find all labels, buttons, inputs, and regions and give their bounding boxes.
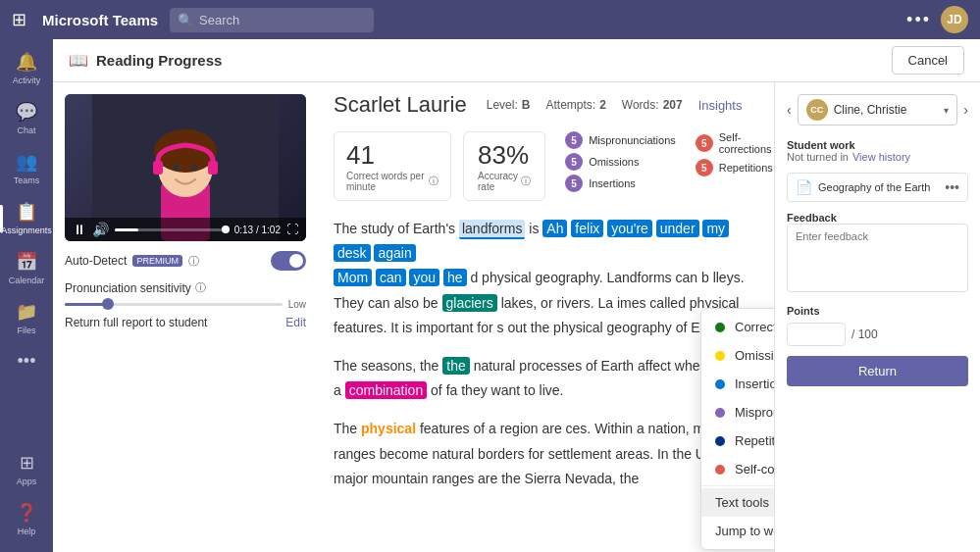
content-area: 📖 Reading Progress Cancel bbox=[53, 39, 980, 552]
ctx-item-omission[interactable]: Omission bbox=[701, 341, 774, 370]
settings-section: Auto-Detect PREMIUM ⓘ Pronunciation sens… bbox=[65, 251, 306, 329]
omissions-count: 5 bbox=[565, 153, 583, 171]
repetition-dot bbox=[715, 436, 725, 446]
sidebar-item-more[interactable]: ••• bbox=[0, 343, 53, 379]
progress-fill bbox=[115, 228, 138, 231]
sidebar-item-files[interactable]: 📁 Files bbox=[0, 293, 53, 343]
sidebar: 🔔 Activity 💬 Chat 👥 Teams 📋 Assignments … bbox=[0, 39, 53, 552]
word-mom[interactable]: Mom bbox=[334, 269, 372, 286]
user-avatar[interactable]: JD bbox=[941, 6, 968, 33]
word-landforms[interactable]: landforms bbox=[459, 220, 525, 239]
word-he[interactable]: he bbox=[443, 269, 467, 286]
sidebar-bottom: ⊞ Apps ❓ Help bbox=[16, 444, 37, 552]
sidebar-item-activity[interactable]: 🔔 Activity bbox=[0, 43, 53, 93]
view-history-link[interactable]: View history bbox=[852, 151, 910, 163]
auto-detect-info-icon[interactable]: ⓘ bbox=[188, 254, 199, 269]
volume-icon[interactable]: 🔊 bbox=[92, 222, 109, 237]
word-again[interactable]: again bbox=[374, 244, 415, 262]
ctx-label-mispronunciation: Mispronunciation bbox=[735, 405, 774, 420]
student-nav: ‹ CC Cline, Christie ▾ › bbox=[787, 94, 968, 125]
word-you[interactable]: you bbox=[409, 269, 439, 286]
word-can[interactable]: can bbox=[376, 269, 406, 286]
assignment-name: Geography of the Earth bbox=[818, 181, 939, 193]
feedback-input[interactable] bbox=[787, 224, 968, 292]
word-under[interactable]: under bbox=[656, 220, 699, 237]
help-icon: ❓ bbox=[16, 502, 37, 524]
svg-point-6 bbox=[174, 165, 180, 172]
next-student-button[interactable]: › bbox=[963, 102, 968, 118]
return-button[interactable]: Return bbox=[787, 356, 968, 386]
auto-detect-toggle[interactable] bbox=[271, 251, 306, 271]
ctx-label-repetition: Repetition bbox=[735, 433, 774, 448]
sidebar-item-teams[interactable]: 👥 Teams bbox=[0, 143, 53, 193]
ctx-label-correct: Correct bbox=[735, 320, 774, 334]
topbar: ⊞ Microsoft Teams 🔍 ••• JD bbox=[0, 0, 980, 39]
accuracy-number: 83% bbox=[478, 140, 531, 171]
sidebar-item-assignments[interactable]: 📋 Assignments bbox=[0, 193, 53, 243]
student-selector-name: Cline, Christie bbox=[834, 103, 939, 117]
ctx-item-correct[interactable]: Correct bbox=[701, 313, 774, 341]
cwpm-info-icon[interactable]: ⓘ bbox=[429, 175, 438, 188]
sidebar-item-apps[interactable]: ⊞ Apps bbox=[16, 444, 37, 494]
student-meta: Level: B Attempts: 2 Words: 207 bbox=[487, 98, 743, 113]
ctx-item-self-correction[interactable]: Self-correction bbox=[701, 455, 774, 483]
student-selector-avatar: CC bbox=[806, 99, 828, 121]
student-name-row: Scarlet Laurie Level: B Attempts: 2 bbox=[334, 92, 758, 118]
ctx-item-repetition[interactable]: Repetition bbox=[701, 427, 774, 455]
search-input[interactable] bbox=[170, 8, 374, 32]
auto-detect-row: Auto-Detect PREMIUM ⓘ bbox=[65, 251, 306, 271]
points-label: Points bbox=[787, 305, 968, 317]
search-wrapper: 🔍 bbox=[170, 8, 542, 32]
assignment-card: 📄 Geography of the Earth ••• bbox=[787, 173, 968, 202]
word-physical[interactable]: physical bbox=[361, 421, 416, 436]
word-my[interactable]: my bbox=[702, 220, 729, 237]
assignment-icon: 📄 bbox=[796, 179, 812, 195]
points-row: / 100 bbox=[787, 323, 968, 346]
student-selector[interactable]: CC Cline, Christie ▾ bbox=[798, 94, 958, 125]
progress-dot bbox=[222, 226, 230, 233]
sidebar-item-label: Activity bbox=[13, 75, 41, 85]
word-glaciers[interactable]: glaciers bbox=[442, 294, 497, 312]
self-corrections-count: 5 bbox=[696, 134, 713, 152]
edit-link[interactable]: Edit bbox=[285, 316, 306, 329]
progress-bar[interactable] bbox=[115, 228, 229, 231]
content-header: 📖 Reading Progress Cancel bbox=[53, 39, 980, 82]
topbar-right: ••• JD bbox=[906, 6, 968, 33]
cancel-button[interactable]: Cancel bbox=[892, 46, 964, 75]
right-panel: ‹ CC Cline, Christie ▾ › Student work No… bbox=[774, 82, 980, 552]
word-youre[interactable]: you're bbox=[607, 220, 652, 237]
prev-student-button[interactable]: ‹ bbox=[787, 102, 792, 118]
ctx-item-mispronunciation[interactable]: Mispronunciation bbox=[701, 398, 774, 427]
more-options-icon[interactable]: ••• bbox=[906, 10, 931, 30]
points-input[interactable] bbox=[787, 323, 846, 346]
accuracy-info-icon[interactable]: ⓘ bbox=[521, 175, 531, 188]
pronunciation-slider[interactable] bbox=[65, 303, 283, 306]
word-combination[interactable]: combination bbox=[345, 381, 428, 399]
insights-link[interactable]: Insights bbox=[698, 98, 743, 113]
ctx-divider-1 bbox=[701, 485, 774, 486]
word-the[interactable]: the bbox=[442, 357, 469, 375]
sidebar-item-chat[interactable]: 💬 Chat bbox=[0, 93, 53, 143]
play-pause-button[interactable]: ⏸ bbox=[73, 222, 86, 237]
word-felix[interactable]: felix bbox=[571, 220, 603, 237]
omission-dot bbox=[715, 351, 725, 361]
grid-icon[interactable]: ⊞ bbox=[12, 9, 26, 30]
sidebar-item-label: Apps bbox=[17, 477, 37, 486]
apps-icon: ⊞ bbox=[20, 452, 34, 474]
not-turned-in-status: Not turned in View history bbox=[787, 151, 968, 163]
fullscreen-button[interactable]: ⛶ bbox=[286, 223, 298, 236]
pronunciation-info-icon[interactable]: ⓘ bbox=[195, 280, 206, 295]
word-desk[interactable]: desk bbox=[334, 244, 371, 262]
ctx-item-insertion[interactable]: Insertion bbox=[701, 370, 774, 398]
ctx-item-text-tools[interactable]: Text tools ▶ bbox=[701, 488, 774, 517]
sidebar-item-calendar[interactable]: 📅 Calendar bbox=[0, 243, 53, 293]
chat-icon: 💬 bbox=[16, 101, 37, 123]
repetitions-label: Repetitions bbox=[719, 162, 773, 174]
assignment-more-button[interactable]: ••• bbox=[945, 179, 959, 195]
more-icon: ••• bbox=[18, 351, 36, 372]
sidebar-item-help[interactable]: ❓ Help bbox=[16, 494, 37, 544]
insertions-count: 5 bbox=[565, 175, 583, 192]
word-ah[interactable]: Ah bbox=[542, 220, 567, 237]
ctx-item-jump-to-word[interactable]: Jump to word bbox=[701, 517, 774, 545]
main-container: 🔔 Activity 💬 Chat 👥 Teams 📋 Assignments … bbox=[0, 39, 980, 552]
